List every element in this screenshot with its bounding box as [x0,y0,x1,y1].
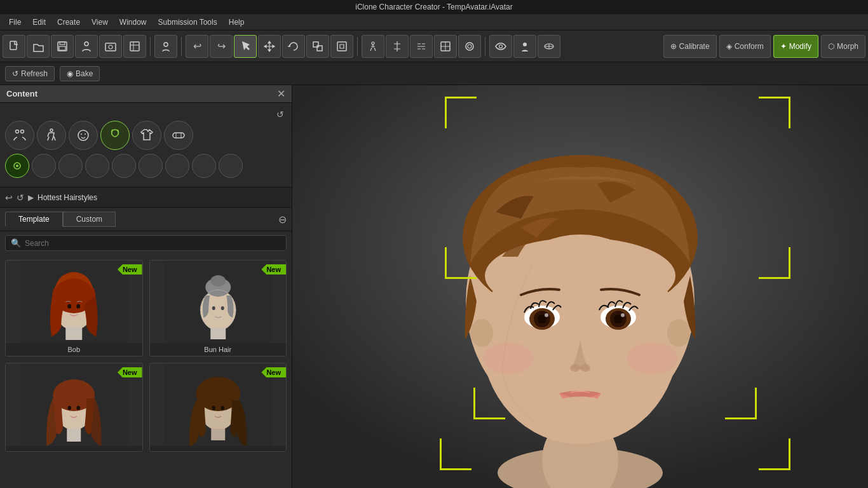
menu-bar: File Edit Create View Window Submission … [0,14,868,30]
category-face-btn[interactable] [69,121,98,150]
svg-point-23 [81,133,82,135]
toolbar-photo-btn[interactable] [99,35,122,58]
toolbar-sep-4 [485,37,485,56]
menu-submission-tools[interactable]: Submission Tools [153,17,222,28]
hair-item-long1[interactable]: New [5,363,143,452]
viewport [292,85,868,488]
svg-point-77 [483,342,534,374]
toolbar-open-btn[interactable] [27,35,50,58]
toolbar-pose-btn[interactable] [362,35,384,58]
svg-point-40 [210,275,226,287]
category-clothing-btn[interactable] [132,121,161,150]
toolbar-move-btn[interactable] [258,35,281,58]
search-row: 🔍 [0,231,292,255]
close-panel-btn[interactable]: ✕ [277,88,285,100]
toolbar-scale-btn[interactable] [306,35,329,58]
svg-point-24 [85,133,86,135]
toolbar-fit-btn[interactable] [330,35,353,58]
svg-point-17 [523,43,527,46]
sub-cat-6-btn[interactable] [139,154,163,178]
hair-item-bob[interactable]: New Bob [5,260,143,356]
svg-rect-11 [337,42,346,51]
menu-create[interactable]: Create [52,17,85,28]
sub-cat-7-btn[interactable] [165,154,189,178]
tab-custom-btn[interactable]: Custom [63,212,116,227]
menu-help[interactable]: Help [224,17,250,28]
toolbar-eye-btn[interactable] [489,35,512,58]
toolbar-align2-btn[interactable] [434,35,457,58]
hair-grid: New Bob [5,260,287,452]
hair-thumb-bob: New [6,261,142,343]
modify-icon: ✦ [780,42,787,51]
category-people-btn[interactable] [5,121,34,150]
svg-rect-9 [313,42,318,47]
svg-rect-32 [65,327,82,340]
refresh-small-btn[interactable]: ↺ [276,109,284,119]
sub-cat-1-btn[interactable] [5,154,29,178]
toolbar-rotate-btn[interactable] [282,35,305,58]
hair-label-bun: Bun Hair [150,343,287,356]
svg-point-34 [67,304,71,309]
bake-btn[interactable]: ◉ Bake [60,66,100,81]
morph-btn[interactable]: ⬡ Morph [821,35,865,58]
toolbar-undo-btn[interactable]: ↩ [186,35,208,58]
sub-cat-4-btn[interactable] [85,154,109,178]
breadcrumb-arrow: ▶ [28,193,34,202]
svg-point-35 [76,304,80,309]
bracket-lower-left [473,388,505,419]
calibrate-icon: ⊕ [670,42,677,51]
bracket-mid-right [759,247,790,279]
menu-edit[interactable]: Edit [27,17,51,28]
refresh-breadcrumb-btn[interactable]: ↺ [17,193,24,203]
refresh-btn[interactable]: ↺ Refresh [5,66,55,81]
toolbar-save-btn[interactable] [51,35,74,58]
sub-cat-3-btn[interactable] [58,154,83,178]
svg-point-20 [21,130,24,133]
toolbar-character-btn[interactable] [75,35,98,58]
menu-window[interactable]: Window [114,17,152,28]
hair-label-long2 [150,446,287,451]
content-panel-header: Content ✕ [0,85,292,103]
refresh-icon: ↺ [12,69,18,78]
breadcrumb-row: ↩ ↺ ▶ Hottest Hairstyles [0,187,292,208]
category-accessory-btn[interactable] [164,121,193,150]
toolbar-avatar-btn[interactable] [154,35,177,58]
morph-label: Morph [837,42,858,51]
menu-view[interactable]: View [86,17,113,28]
hair-item-long2[interactable]: New [149,363,287,452]
conform-label: Conform [735,42,764,51]
tab-template-btn[interactable]: Template [5,212,63,227]
sub-cat-2-btn[interactable] [32,154,56,178]
menu-file[interactable]: File [4,17,26,28]
conform-btn[interactable]: ◈ Conform [719,35,771,58]
category-body-btn[interactable] [37,121,66,150]
modify-btn[interactable]: ✦ Modify [773,35,818,58]
search-input[interactable] [25,239,281,248]
title-bar: iClone Character Creator - TempAvatar.iA… [0,0,868,14]
toolbar-sep-1 [150,37,151,56]
toolbar-options-btn[interactable] [458,35,481,58]
svg-rect-49 [67,429,81,442]
toolbar-silhouette-btn[interactable] [513,35,536,58]
toolbar-new-btn[interactable] [3,35,25,58]
tab-expand-btn[interactable]: ⊖ [278,214,287,226]
sub-cat-9-btn[interactable] [219,154,243,178]
toolbar-scene-btn[interactable] [123,35,146,58]
new-badge-long1: New [118,367,142,377]
sub-cat-5-btn[interactable] [112,154,136,178]
back-btn[interactable]: ↩ [5,193,13,203]
svg-point-74 [621,313,625,317]
category-hair-btn[interactable] [100,121,130,150]
toolbar-redo-btn[interactable]: ↪ [210,35,233,58]
toolbar-spread-btn[interactable] [410,35,433,58]
toolbar-wireframe-btn[interactable] [538,35,560,58]
sub-cat-8-btn[interactable] [192,154,216,178]
toolbar-select-btn[interactable] [234,35,257,58]
hair-item-bun[interactable]: New Bun Hair [149,260,287,356]
svg-point-43 [220,306,224,310]
calibrate-btn[interactable]: ⊕ Calibrate [663,35,717,58]
svg-rect-55 [211,429,225,440]
refresh-label: Refresh [21,69,48,78]
toolbar-align-btn[interactable] [386,35,409,58]
svg-point-42 [212,306,215,310]
